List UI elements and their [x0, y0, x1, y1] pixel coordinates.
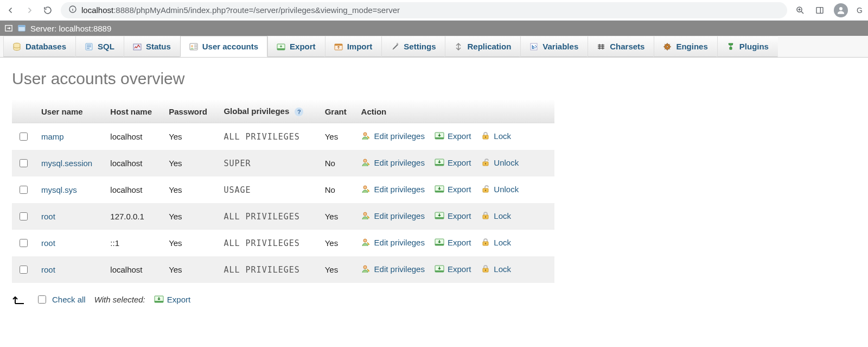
- export-user-button[interactable]: Export: [435, 131, 471, 141]
- row-checkbox[interactable]: [20, 159, 28, 167]
- export-user-button[interactable]: Export: [435, 264, 471, 274]
- svg-point-32: [363, 159, 367, 162]
- row-checkbox[interactable]: [20, 266, 28, 274]
- tab-label: Charsets: [610, 42, 644, 51]
- svg-point-46: [485, 216, 486, 217]
- hostname-cell: ::1: [105, 230, 163, 256]
- zoom-icon[interactable]: [795, 5, 806, 16]
- edit-privileges-button[interactable]: Edit privileges: [361, 237, 425, 247]
- table-row: mamplocalhostYesALL PRIVILEGESYesEdit pr…: [12, 123, 554, 150]
- hostname-cell: 127.0.0.1: [105, 203, 163, 230]
- row-checkbox[interactable]: [20, 212, 28, 220]
- hostname-cell: localhost: [105, 150, 163, 176]
- browser-chrome: localhost:8888/phpMyAdmin5/index.php?rou…: [0, 0, 868, 21]
- tab-databases[interactable]: Databases: [3, 36, 75, 57]
- tab-import[interactable]: Import: [325, 36, 382, 57]
- privileges-cell: USAGE: [218, 176, 319, 203]
- tab-variables[interactable]: bVariables: [520, 36, 588, 57]
- collapse-icon[interactable]: [4, 24, 13, 33]
- bulk-export-label: Export: [167, 295, 190, 304]
- grant-cell: Yes: [320, 230, 356, 256]
- unlock-user-button[interactable]: Unlock: [481, 157, 519, 167]
- col-checkbox: [12, 100, 36, 123]
- edit-user-icon: [361, 211, 371, 220]
- svg-rect-34: [435, 164, 444, 166]
- username-link[interactable]: root: [41, 265, 55, 274]
- tab-user-accounts[interactable]: User accounts: [180, 36, 267, 57]
- variables-icon: b: [529, 42, 538, 51]
- unlock-user-button[interactable]: Unlock: [481, 184, 519, 194]
- server-icon: [17, 24, 26, 33]
- tab-plugins[interactable]: Plugins: [717, 36, 778, 57]
- edit-user-icon: [361, 237, 371, 247]
- address-bar[interactable]: localhost:8888/phpMyAdmin5/index.php?rou…: [61, 2, 787, 18]
- tab-export[interactable]: Export: [267, 36, 325, 57]
- export-user-button[interactable]: Export: [435, 184, 471, 194]
- check-all-wrapper[interactable]: Check all: [36, 294, 86, 305]
- lock-user-button[interactable]: Lock: [481, 237, 511, 247]
- bulk-action-footer: Check all With selected: Export: [12, 293, 856, 306]
- export-user-button[interactable]: Export: [435, 211, 471, 220]
- tab-engines[interactable]: Engines: [654, 36, 717, 57]
- svg-rect-21: [335, 44, 342, 46]
- grant-cell: Yes: [320, 123, 356, 150]
- tab-sql[interactable]: SQL: [75, 36, 124, 57]
- tab-charsets[interactable]: Charsets: [588, 36, 654, 57]
- svg-point-52: [363, 266, 367, 269]
- forward-button[interactable]: [24, 5, 35, 16]
- edit-privileges-button[interactable]: Edit privileges: [361, 131, 425, 141]
- lock-label: Unlock: [494, 158, 519, 167]
- bulk-export-button[interactable]: Export: [154, 294, 190, 304]
- panel-icon[interactable]: [814, 5, 825, 16]
- privileges-cell: ALL PRIVILEGES: [218, 203, 319, 230]
- col-hostname[interactable]: Host name: [105, 100, 163, 123]
- tabs-bar: DatabasesSQLStatusUser accountsExportImp…: [0, 36, 868, 58]
- username-link[interactable]: root: [41, 238, 55, 248]
- help-icon[interactable]: ?: [295, 108, 303, 116]
- svg-rect-12: [18, 26, 25, 27]
- check-all-label[interactable]: Check all: [52, 295, 86, 304]
- reload-button[interactable]: [42, 5, 53, 16]
- svg-rect-44: [435, 217, 444, 219]
- server-bar: Server: localhost:8889: [0, 21, 868, 36]
- row-checkbox[interactable]: [20, 239, 28, 247]
- check-all-checkbox[interactable]: [38, 295, 46, 304]
- edit-privileges-button[interactable]: Edit privileges: [361, 211, 425, 220]
- edit-privileges-button[interactable]: Edit privileges: [361, 264, 425, 274]
- password-cell: Yes: [163, 176, 218, 203]
- row-checkbox[interactable]: [20, 186, 28, 194]
- edit-privileges-button[interactable]: Edit privileges: [361, 157, 425, 167]
- lock-user-button[interactable]: Lock: [481, 211, 511, 220]
- export-label: Export: [448, 264, 471, 274]
- tab-replication[interactable]: Replication: [445, 36, 520, 57]
- col-password[interactable]: Password: [163, 100, 218, 123]
- tab-label: Replication: [467, 42, 511, 51]
- edit-privileges-label: Edit privileges: [374, 185, 425, 194]
- lock-user-button[interactable]: Lock: [481, 264, 511, 274]
- hostname-cell: localhost: [105, 256, 163, 283]
- edit-privileges-button[interactable]: Edit privileges: [361, 184, 425, 194]
- username-link[interactable]: root: [41, 212, 55, 221]
- username-link[interactable]: mysql.session: [41, 159, 92, 168]
- col-global[interactable]: Global privileges ?: [218, 100, 319, 123]
- tab-status[interactable]: Status: [124, 36, 180, 57]
- back-button[interactable]: [5, 5, 16, 16]
- tab-settings[interactable]: Settings: [381, 36, 445, 57]
- export-icon: [154, 294, 164, 304]
- grant-cell: Yes: [320, 256, 356, 283]
- username-link[interactable]: mysql.sys: [41, 185, 77, 194]
- edit-privileges-label: Edit privileges: [374, 238, 425, 247]
- svg-point-37: [363, 186, 367, 189]
- lock-icon: [481, 211, 490, 220]
- export-user-button[interactable]: Export: [435, 237, 471, 247]
- privileges-cell: ALL PRIVILEGES: [218, 256, 319, 283]
- svg-point-56: [485, 269, 486, 270]
- export-user-button[interactable]: Export: [435, 157, 471, 167]
- tab-label: User accounts: [202, 42, 258, 51]
- row-checkbox[interactable]: [20, 133, 28, 141]
- lock-user-button[interactable]: Lock: [481, 131, 511, 141]
- col-grant[interactable]: Grant: [320, 100, 356, 123]
- col-username[interactable]: User name: [36, 100, 105, 123]
- username-link[interactable]: mamp: [41, 132, 64, 141]
- profile-avatar[interactable]: [834, 3, 848, 17]
